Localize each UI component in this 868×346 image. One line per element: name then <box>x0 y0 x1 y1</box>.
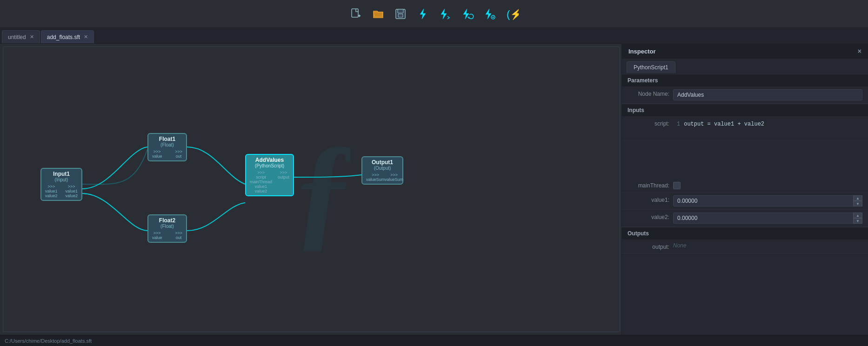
tab-add-floats[interactable]: add_floats.sft ✕ <box>41 30 94 43</box>
inspector-value1-input[interactable] <box>673 195 862 206</box>
canvas-connections <box>3 47 620 332</box>
inspector-tab[interactable]: PythonScript1 <box>627 61 675 73</box>
inspector-panel: Inspector × PythonScript1 Parameters Nod… <box>621 44 868 335</box>
status-bar: C:/Users/chime/Desktop/add_floats.sft <box>0 335 868 346</box>
node-float1-type: (Float) <box>152 142 182 147</box>
inspector-spacer <box>622 141 868 178</box>
inspector-value1-spinner: ▲ ▼ <box>853 195 862 206</box>
new-file-icon[interactable] <box>347 6 364 22</box>
svg-rect-5 <box>398 14 403 17</box>
node-output1-title: Output1 <box>366 159 399 166</box>
tabs-row: untitled ✕ add_floats.sft ✕ <box>0 28 868 44</box>
inspector-section-outputs: Outputs <box>622 227 868 240</box>
tab-untitled-close[interactable]: ✕ <box>30 34 34 40</box>
inspector-value2-label: value2: <box>628 213 669 220</box>
inspector-script-code[interactable]: 1output = value1 + value2 <box>673 119 862 138</box>
canvas-watermark: ƒ <box>292 114 357 265</box>
inspector-title: Inspector <box>628 48 656 55</box>
inspector-row-value1: value1: ▲ ▼ <box>622 193 868 210</box>
node-float1-port-in: >>>value <box>152 149 162 159</box>
inspector-row-value2: value2: ▲ ▼ <box>622 210 868 227</box>
save-icon[interactable] <box>392 6 409 22</box>
run-loop-icon[interactable]: (⚡) <box>504 6 521 22</box>
svg-text:(⚡): (⚡) <box>507 8 519 20</box>
inspector-mainthread-checkbox[interactable] <box>673 182 681 189</box>
node-addvalues-ports-in: >>>scriptmainThreadvalue1value2 <box>250 170 272 193</box>
node-input1-type: (Input) <box>45 177 78 182</box>
inspector-close-button[interactable]: × <box>858 47 861 55</box>
inspector-output-label: output: <box>628 242 669 250</box>
node-input1-port-value1-out: >>>value1value2 <box>65 184 78 198</box>
tab-add-floats-label: add_floats.sft <box>47 34 80 40</box>
inspector-section-parameters: Parameters <box>622 74 868 86</box>
inspector-section-inputs: Inputs <box>622 104 868 116</box>
node-output1[interactable]: Output1 (Output) >>>valueSum >>>valueSum <box>361 156 403 185</box>
inspector-value2-up[interactable]: ▲ <box>853 213 862 218</box>
node-float1[interactable]: Float1 (Float) >>>value >>>out <box>147 133 187 161</box>
inspector-value1-label: value1: <box>628 195 669 203</box>
inspector-row-script: script: 1output = value1 + value2 <box>622 116 868 141</box>
node-float2[interactable]: Float2 (Float) >>>value >>>out <box>147 214 187 243</box>
run-icon[interactable] <box>414 6 431 22</box>
tab-add-floats-close[interactable]: ✕ <box>84 34 88 40</box>
svg-rect-4 <box>398 9 403 13</box>
inspector-mainthread-label: mainThread: <box>628 181 669 189</box>
tab-untitled-label: untitled <box>8 34 26 40</box>
inspector-value1-up[interactable]: ▲ <box>853 195 862 201</box>
node-float2-title: Float2 <box>152 217 182 224</box>
node-input1-port-value1-in: >>>value1value2 <box>45 184 58 198</box>
run-refresh-icon[interactable] <box>459 6 476 22</box>
inspector-row-mainthread: mainThread: <box>622 178 868 193</box>
node-float2-port-in: >>>value <box>152 231 162 240</box>
toolbar: (⚡) <box>0 0 868 28</box>
inspector-header: Inspector × <box>622 44 868 59</box>
code-line-number: 1 <box>677 121 680 127</box>
inspector-output-value: None <box>673 242 687 249</box>
status-path: C:/Users/chime/Desktop/add_floats.sft <box>5 338 92 344</box>
node-addvalues-type: (PythonScript) <box>250 163 289 168</box>
inspector-value2-down[interactable]: ▼ <box>853 218 862 224</box>
svg-point-11 <box>493 16 494 18</box>
canvas-area[interactable]: ƒ Input1 (Input) >>>value1value2 >>>valu… <box>3 47 620 332</box>
inspector-value2-input-row: ▲ ▼ <box>673 213 862 224</box>
svg-marker-6 <box>420 9 426 19</box>
node-float2-port-out: >>>out <box>175 231 182 240</box>
inspector-row-node-name: Node Name: AddValues <box>622 86 868 104</box>
node-output1-port-in: >>>valueSum <box>366 173 385 182</box>
inspector-value1-down[interactable]: ▼ <box>853 201 862 206</box>
node-float1-port-out: >>>out <box>175 149 182 159</box>
node-output1-port-out: >>>valueSum <box>385 173 403 182</box>
node-float1-title: Float1 <box>152 136 182 142</box>
run-gear-icon[interactable] <box>481 6 498 22</box>
open-folder-icon[interactable] <box>370 6 387 22</box>
inspector-node-name-label: Node Name: <box>628 89 669 97</box>
tab-untitled[interactable]: untitled ✕ <box>2 30 40 43</box>
node-addvalues-ports-out: >>>output <box>278 170 289 180</box>
main-area: ƒ Input1 (Input) >>>value1value2 >>>valu… <box>0 44 868 335</box>
inspector-node-name-value[interactable]: AddValues <box>673 89 862 100</box>
node-addvalues-title: AddValues <box>250 157 289 163</box>
node-input1-title: Input1 <box>45 171 78 177</box>
inspector-value2-spinner: ▲ ▼ <box>853 213 862 224</box>
svg-marker-9 <box>486 9 491 19</box>
node-addvalues[interactable]: AddValues (PythonScript) >>>scriptmainTh… <box>245 154 294 196</box>
node-input1[interactable]: Input1 (Input) >>>value1value2 >>>value1… <box>40 168 82 201</box>
run-step-icon[interactable] <box>437 6 454 22</box>
inspector-value2-input[interactable] <box>673 213 862 224</box>
node-float2-type: (Float) <box>152 224 182 229</box>
inspector-row-output: output: None <box>622 240 868 253</box>
code-text: output = value1 + value2 <box>684 121 764 127</box>
node-output1-type: (Output) <box>366 166 399 171</box>
inspector-value1-input-row: ▲ ▼ <box>673 195 862 206</box>
svg-rect-0 <box>352 9 358 17</box>
svg-marker-7 <box>441 9 447 19</box>
inspector-script-label: script: <box>628 119 669 127</box>
